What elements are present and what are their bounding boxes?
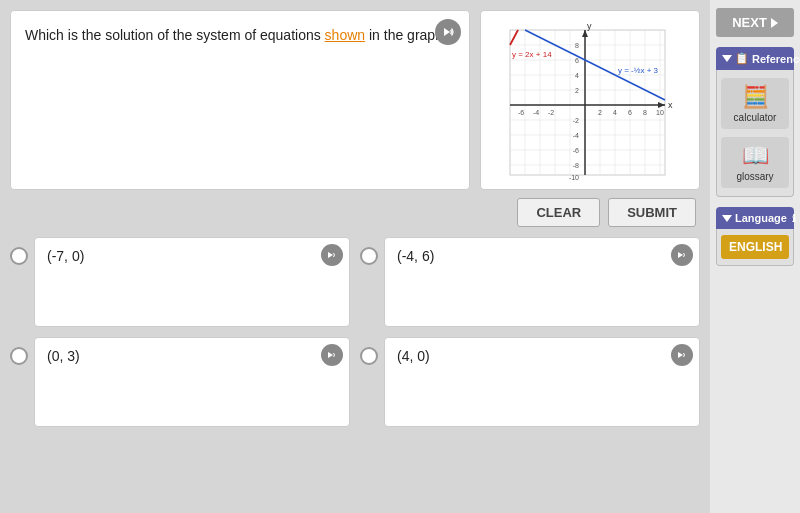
reference-collapse-icon: [722, 55, 732, 62]
reference-body: 🧮 calculator 📖 glossary: [716, 70, 794, 197]
svg-text:2: 2: [598, 109, 602, 116]
answer-item-a: (-7, 0): [10, 237, 350, 327]
main-area: Which is the solution of the system of e…: [0, 0, 710, 513]
question-box: Which is the solution of the system of e…: [10, 10, 470, 190]
answer-text-b: (-4, 6): [397, 248, 434, 264]
audio-button-d[interactable]: [671, 344, 693, 366]
reference-header[interactable]: 📋 Reference: [716, 47, 794, 70]
language-header[interactable]: Language ℹ: [716, 207, 794, 229]
radio-a[interactable]: [10, 247, 28, 265]
svg-text:4: 4: [613, 109, 617, 116]
glossary-label: glossary: [736, 171, 773, 182]
svg-text:y = 2x + 14: y = 2x + 14: [512, 50, 552, 59]
svg-text:8: 8: [643, 109, 647, 116]
sidebar: NEXT 📋 Reference 🧮 calculator 📖 glossary…: [710, 0, 800, 513]
svg-text:y = -½x + 3: y = -½x + 3: [618, 66, 659, 75]
answer-card-c[interactable]: (0, 3): [34, 337, 350, 427]
glossary-icon: 📖: [742, 143, 769, 169]
language-label: Language: [735, 212, 787, 224]
calculator-icon: 🧮: [742, 84, 769, 110]
svg-text:8: 8: [575, 42, 579, 49]
answer-text-d: (4, 0): [397, 348, 430, 364]
radio-b[interactable]: [360, 247, 378, 265]
audio-button-b[interactable]: [671, 244, 693, 266]
svg-marker-49: [678, 252, 683, 258]
answer-card-a[interactable]: (-7, 0): [34, 237, 350, 327]
svg-text:-2: -2: [548, 109, 554, 116]
svg-text:-6: -6: [573, 147, 579, 154]
radio-d[interactable]: [360, 347, 378, 365]
answer-item-d: (4, 0): [360, 337, 700, 427]
svg-marker-50: [328, 352, 333, 358]
audio-button-c[interactable]: [321, 344, 343, 366]
language-info-icon: ℹ: [792, 213, 796, 224]
calculator-label: calculator: [734, 112, 777, 123]
svg-marker-0: [444, 28, 450, 36]
svg-text:-2: -2: [573, 117, 579, 124]
glossary-tool[interactable]: 📖 glossary: [721, 137, 789, 188]
top-section: Which is the solution of the system of e…: [10, 10, 700, 190]
svg-marker-51: [678, 352, 683, 358]
svg-text:-4: -4: [573, 132, 579, 139]
next-button[interactable]: NEXT: [716, 8, 794, 37]
svg-marker-48: [328, 252, 333, 258]
svg-text:-8: -8: [573, 162, 579, 169]
svg-text:6: 6: [575, 57, 579, 64]
graph-svg: x y -6 -4 -2 2 4 6 8 10 8 6 4 2 -2 -4 -6…: [490, 15, 690, 185]
language-body: ENGLISH: [716, 229, 794, 266]
svg-text:x: x: [668, 100, 673, 110]
clear-button[interactable]: CLEAR: [517, 198, 600, 227]
svg-text:6: 6: [628, 109, 632, 116]
answer-card-b[interactable]: (-4, 6): [384, 237, 700, 327]
svg-text:-6: -6: [518, 109, 524, 116]
next-arrow-icon: [771, 18, 778, 28]
audio-button-question[interactable]: [435, 19, 461, 45]
english-button[interactable]: ENGLISH: [721, 235, 789, 259]
answer-text-c: (0, 3): [47, 348, 80, 364]
submit-button[interactable]: SUBMIT: [608, 198, 696, 227]
shown-link[interactable]: shown: [325, 27, 365, 43]
graph-box: x y -6 -4 -2 2 4 6 8 10 8 6 4 2 -2 -4 -6…: [480, 10, 700, 190]
next-label: NEXT: [732, 15, 767, 30]
answer-item-c: (0, 3): [10, 337, 350, 427]
audio-button-a[interactable]: [321, 244, 343, 266]
answer-item-b: (-4, 6): [360, 237, 700, 327]
svg-text:-10: -10: [569, 174, 579, 181]
question-text: Which is the solution of the system of e…: [25, 25, 453, 46]
answer-text-a: (-7, 0): [47, 248, 84, 264]
answers-grid: (-7, 0) (-4, 6): [10, 237, 700, 427]
svg-text:4: 4: [575, 72, 579, 79]
svg-text:10: 10: [656, 109, 664, 116]
action-row: CLEAR SUBMIT: [10, 198, 700, 227]
reference-label: Reference: [752, 53, 800, 65]
reference-icon: 📋: [735, 52, 749, 65]
answer-card-d[interactable]: (4, 0): [384, 337, 700, 427]
radio-c[interactable]: [10, 347, 28, 365]
calculator-tool[interactable]: 🧮 calculator: [721, 78, 789, 129]
svg-text:2: 2: [575, 87, 579, 94]
svg-text:y: y: [587, 21, 592, 31]
svg-text:-4: -4: [533, 109, 539, 116]
language-collapse-icon: [722, 215, 732, 222]
